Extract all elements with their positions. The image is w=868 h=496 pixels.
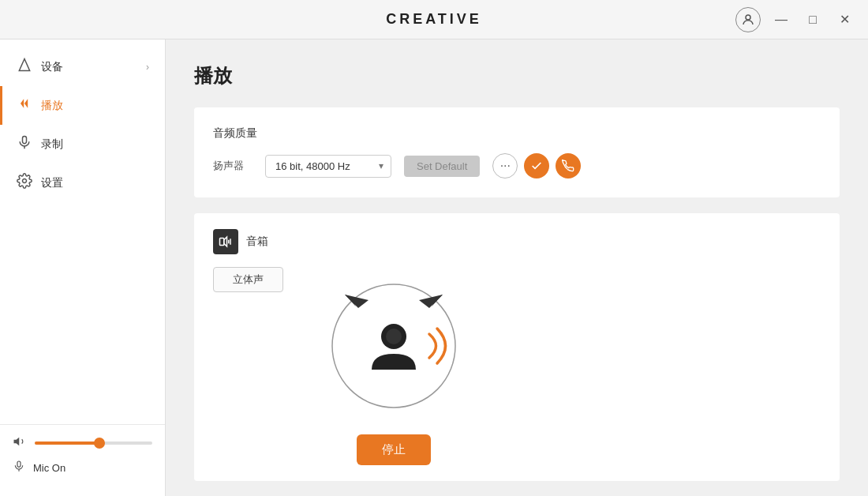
svg-point-6 <box>23 179 27 183</box>
page-title: 播放 <box>194 63 840 88</box>
devices-icon <box>16 57 33 77</box>
svg-point-0 <box>746 15 750 20</box>
volume-row <box>13 434 152 452</box>
playback-icon <box>16 96 33 115</box>
app-logo: CREATIVE <box>386 11 482 28</box>
sidebar-item-settings[interactable]: 设置 <box>0 163 165 202</box>
audio-quality-row: 扬声器 16 bit, 48000 Hz 16 bit, 44100 Hz 24… <box>213 153 821 178</box>
svg-rect-4 <box>23 137 27 144</box>
titlebar: CREATIVE — □ ✕ <box>0 0 868 39</box>
stereo-label: 立体声 <box>213 267 283 292</box>
volume-slider-thumb[interactable] <box>94 438 105 449</box>
close-button[interactable]: ✕ <box>833 9 855 31</box>
recording-icon <box>16 134 33 154</box>
settings-icon <box>16 173 33 193</box>
svg-marker-3 <box>24 99 28 108</box>
sidebar-nav: 设备 › 播放 <box>0 47 165 424</box>
sidebar-item-label-devices: 设备 <box>41 60 63 74</box>
audio-quality-card: 音频质量 扬声器 16 bit, 48000 Hz 16 bit, 44100 … <box>194 107 840 197</box>
set-default-button[interactable]: Set Default <box>404 156 480 177</box>
profile-button[interactable] <box>735 7 761 32</box>
sidebar-item-label-playback: 播放 <box>41 99 63 113</box>
mic-on-label: Mic On <box>33 462 65 474</box>
speaker-diagram <box>315 267 473 425</box>
speaker-section: 音箱 立体声 <box>194 213 840 481</box>
speaker-label: 扬声器 <box>213 159 253 173</box>
mic-row: Mic On <box>13 460 152 475</box>
speaker-header: 音箱 <box>213 229 821 254</box>
audio-quality-title: 音频质量 <box>213 126 821 141</box>
stop-button[interactable]: 停止 <box>357 434 431 465</box>
chevron-icon: › <box>146 62 149 73</box>
svg-point-20 <box>386 329 402 344</box>
check-button[interactable] <box>524 153 549 178</box>
minimize-button[interactable]: — <box>770 9 792 31</box>
format-select[interactable]: 16 bit, 48000 Hz 16 bit, 44100 Hz 24 bit… <box>265 155 391 178</box>
ellipsis-button[interactable]: ··· <box>492 153 518 178</box>
format-select-wrapper: 16 bit, 48000 Hz 16 bit, 44100 Hz 24 bit… <box>265 155 391 178</box>
speaker-diagram-container: 立体声 <box>213 267 821 465</box>
sidebar-item-label-settings: 设置 <box>41 176 63 190</box>
sidebar-item-recording[interactable]: 录制 <box>0 125 165 163</box>
sidebar-item-label-recording: 录制 <box>41 137 63 152</box>
maximize-button[interactable]: □ <box>802 9 824 31</box>
speaker-diagram-wrapper: 停止 <box>315 267 473 465</box>
svg-marker-1 <box>19 59 29 71</box>
svg-rect-10 <box>220 239 224 246</box>
sidebar: 设备 › 播放 <box>0 39 166 496</box>
mic-icon <box>13 460 25 475</box>
svg-marker-2 <box>21 99 24 108</box>
volume-slider-track[interactable] <box>35 442 152 445</box>
speaker-icon-box <box>213 229 238 254</box>
sidebar-item-playback[interactable]: 播放 <box>0 86 165 125</box>
svg-rect-8 <box>17 461 21 467</box>
main-layout: 设备 › 播放 <box>0 39 868 496</box>
sidebar-item-devices[interactable]: 设备 › <box>0 47 165 86</box>
speaker-title: 音箱 <box>246 235 268 249</box>
phone-button[interactable] <box>556 153 581 178</box>
window-controls: — □ ✕ <box>735 7 855 32</box>
volume-icon <box>13 434 27 452</box>
sidebar-bottom: Mic On <box>0 424 165 488</box>
svg-marker-7 <box>14 438 20 446</box>
action-icon-group: ··· <box>492 153 581 178</box>
content-area: 播放 音频质量 扬声器 16 bit, 48000 Hz 16 bit, 441… <box>166 39 868 496</box>
volume-slider-fill <box>35 442 99 445</box>
